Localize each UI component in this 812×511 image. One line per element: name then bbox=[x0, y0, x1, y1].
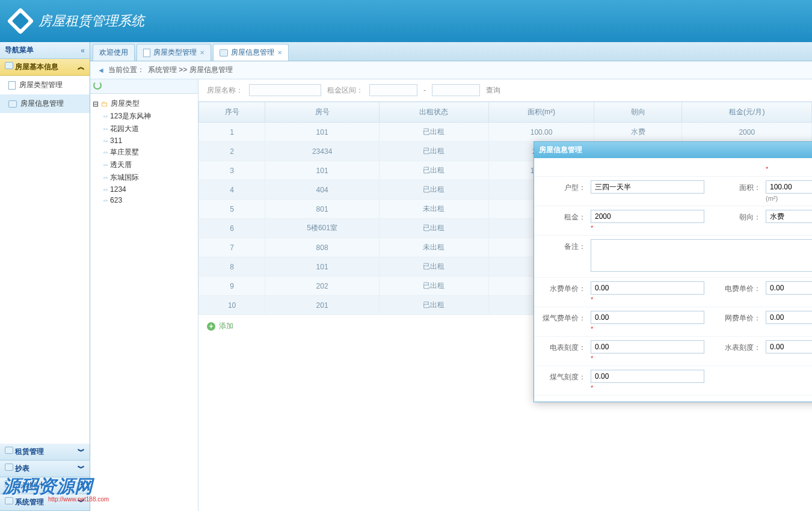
modal-title: 房屋信息管理 bbox=[539, 145, 582, 155]
tree-panel: ⊟ 🗀 房屋类型 ▫▫123是东风神▫▫花园大道▫▫311▫▫草庄景墅▫▫透天厝… bbox=[90, 79, 198, 511]
chevron-down-icon: ︾ bbox=[78, 447, 85, 457]
tree-root[interactable]: ⊟ 🗀 房屋类型 bbox=[93, 97, 195, 110]
minus-icon[interactable]: ⊟ bbox=[93, 100, 99, 108]
input-shuifei[interactable] bbox=[591, 281, 704, 295]
column-header[interactable]: 朝向 bbox=[594, 102, 682, 123]
table-cell: 已出租 bbox=[380, 180, 489, 200]
tab-welcome[interactable]: 欢迎使用 bbox=[93, 44, 135, 61]
folder-icon: 🗀 bbox=[101, 100, 108, 108]
field-label-wangfei: 网费单价： bbox=[714, 311, 761, 323]
column-header[interactable]: 租金(元/月) bbox=[682, 102, 812, 123]
table-cell: 已出租 bbox=[380, 123, 489, 142]
nav-section-report[interactable]: 报表统计 ︾ bbox=[0, 477, 90, 494]
tabs: 欢迎使用 房屋类型管理✕ 房屋信息管理✕ bbox=[90, 42, 812, 61]
input-shuibiao[interactable] bbox=[766, 340, 812, 353]
tab-housetype[interactable]: 房屋类型管理✕ bbox=[137, 44, 211, 61]
table-cell: 201 bbox=[265, 296, 380, 315]
tree-leaf-label: 623 bbox=[110, 196, 122, 204]
table-cell: 已出租 bbox=[380, 277, 489, 296]
input-dianbiao[interactable] bbox=[591, 340, 704, 353]
workspace: 欢迎使用 房屋类型管理✕ 房屋信息管理✕ ◄ 当前位置： 系统管理 >> 房屋信… bbox=[90, 42, 812, 511]
textarea-beizhu[interactable] bbox=[591, 239, 812, 272]
column-header[interactable]: 面积(m²) bbox=[488, 102, 594, 123]
page-icon bbox=[8, 81, 16, 90]
table-cell: 7 bbox=[199, 238, 265, 257]
nav-section-meter[interactable]: 抄表 ︾ bbox=[0, 461, 90, 477]
field-label-beizhu: 备注： bbox=[539, 239, 586, 252]
tree-leaf-label: 123是东风神 bbox=[110, 111, 151, 121]
leaf-icon: ▫▫ bbox=[103, 197, 108, 204]
book-icon bbox=[5, 62, 13, 69]
table-cell: 已出租 bbox=[380, 257, 489, 277]
search-range-to[interactable] bbox=[432, 84, 480, 96]
required-marker: * bbox=[591, 296, 704, 303]
refresh-icon[interactable] bbox=[93, 81, 102, 90]
input-wangfei[interactable] bbox=[766, 311, 812, 324]
table-cell: 已出租 bbox=[380, 296, 489, 315]
page-icon bbox=[143, 49, 150, 57]
required-marker: * bbox=[591, 384, 704, 391]
input-zujin[interactable] bbox=[591, 210, 704, 223]
table-cell: 5楼601室 bbox=[265, 219, 380, 238]
nav-section-label: 系统管理 bbox=[15, 498, 44, 506]
table-cell: 801 bbox=[265, 200, 380, 219]
nav-item-housetype[interactable]: 房屋类型管理 bbox=[0, 76, 90, 94]
tree-leaf[interactable]: ▫▫623 bbox=[103, 195, 195, 206]
search-name-input[interactable] bbox=[249, 84, 321, 96]
search-range-from[interactable] bbox=[369, 84, 417, 96]
collapse-icon[interactable]: « bbox=[81, 46, 85, 55]
tree-leaf[interactable]: ▫▫123是东风神 bbox=[103, 110, 195, 123]
modal-title-bar[interactable]: 房屋信息管理 — □ ✕ bbox=[534, 142, 812, 158]
chevron-down-icon: ︾ bbox=[78, 480, 85, 491]
nav-section-label: 抄表 bbox=[15, 464, 29, 473]
tree-leaf[interactable]: ▫▫311 bbox=[103, 135, 195, 146]
tab-houseinfo[interactable]: 房屋信息管理✕ bbox=[213, 44, 289, 61]
input-chaoxiang[interactable] bbox=[766, 210, 812, 223]
chevron-down-icon: ︾ bbox=[78, 497, 85, 507]
nav-section-lease[interactable]: 租赁管理 ︾ bbox=[0, 444, 90, 461]
table-cell: 2000 bbox=[682, 123, 812, 142]
input-meiqikedu[interactable] bbox=[591, 370, 704, 383]
book-icon bbox=[5, 447, 13, 454]
required-marker: * bbox=[591, 325, 704, 332]
tree-leaf-label: 草庄景墅 bbox=[110, 147, 139, 158]
tree-leaf[interactable]: ▫▫1234 bbox=[103, 184, 195, 195]
field-label-meiqi: 煤气费单价： bbox=[539, 311, 586, 323]
breadcrumb: ◄ 当前位置： 系统管理 >> 房屋信息管理 bbox=[90, 61, 812, 79]
table-cell: 8 bbox=[199, 257, 265, 277]
nav-item-houseinfo[interactable]: 房屋信息管理 bbox=[0, 94, 90, 113]
close-icon[interactable]: ✕ bbox=[200, 49, 205, 56]
table-cell: 202 bbox=[265, 277, 380, 296]
leaf-icon: ▫▫ bbox=[103, 113, 108, 120]
table-row[interactable]: 1101已出租100.00水费2000 bbox=[199, 123, 812, 142]
tree-leaf[interactable]: ▫▫东城国际 bbox=[103, 171, 195, 184]
plus-icon: + bbox=[207, 322, 215, 331]
column-header[interactable]: 出租状态 bbox=[380, 102, 489, 123]
field-label-huxing: 户型： bbox=[539, 180, 586, 193]
tree-leaf[interactable]: ▫▫透天厝 bbox=[103, 159, 195, 171]
nav-header: 导航菜单 « bbox=[0, 42, 90, 59]
table-cell: 水费 bbox=[594, 123, 682, 142]
field-label-meiqikedu: 煤气刻度： bbox=[539, 370, 586, 382]
table-cell: 404 bbox=[265, 180, 380, 200]
close-icon[interactable]: ✕ bbox=[277, 49, 282, 56]
table-cell: 已出租 bbox=[380, 219, 489, 238]
column-header[interactable]: 序号 bbox=[199, 102, 265, 123]
table-cell: 101 bbox=[265, 257, 380, 277]
input-meiqi[interactable] bbox=[591, 311, 704, 324]
field-label-chaoxiang: 朝向： bbox=[714, 210, 761, 222]
tree-leaf[interactable]: ▫▫草庄景墅 bbox=[103, 146, 195, 159]
nav-section-system[interactable]: 系统管理 ︾ bbox=[0, 494, 90, 511]
input-mianji[interactable] bbox=[766, 180, 812, 194]
leaf-icon: ▫▫ bbox=[103, 186, 108, 193]
unit-label: (m²) bbox=[766, 195, 812, 202]
table-cell: 3 bbox=[199, 161, 265, 180]
query-button[interactable]: 查询 bbox=[486, 85, 500, 96]
nav-section-houseinfo[interactable]: 房屋基本信息 ︽ bbox=[0, 59, 90, 76]
input-huxing[interactable] bbox=[591, 180, 704, 194]
range-separator: - bbox=[423, 86, 426, 94]
input-dianfei[interactable] bbox=[766, 281, 812, 295]
field-label-zujin: 租金： bbox=[539, 210, 586, 222]
column-header[interactable]: 房号 bbox=[265, 102, 380, 123]
tree-leaf[interactable]: ▫▫花园大道 bbox=[103, 123, 195, 135]
